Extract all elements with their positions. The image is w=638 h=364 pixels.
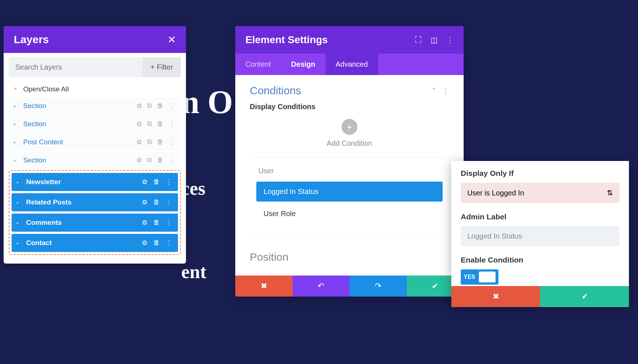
duplicate-icon[interactable]: ⧉: [147, 102, 152, 110]
more-icon[interactable]: ⋮: [166, 178, 172, 186]
duplicate-icon[interactable]: ⧉: [147, 120, 152, 128]
layer-label: Section: [23, 156, 136, 164]
layer-item-section[interactable]: Section ⚙⧉🗑⋮: [9, 152, 181, 169]
condition-option-logged-in-status[interactable]: Logged In Status: [256, 182, 443, 202]
more-icon[interactable]: ⋮: [169, 102, 175, 110]
layers-title: Layers: [14, 33, 49, 46]
conditions-section-head: Conditions ˄ ⋮: [250, 84, 449, 97]
more-icon[interactable]: ⋮: [446, 36, 453, 44]
popover-cancel-button[interactable]: ✖: [451, 286, 540, 307]
position-heading[interactable]: Position: [250, 244, 449, 271]
trash-icon[interactable]: 🗑: [153, 219, 160, 227]
trash-icon[interactable]: 🗑: [157, 138, 163, 146]
settings-body: Conditions ˄ ⋮ Display Conditions + Add …: [235, 75, 464, 276]
condition-group-label: User: [256, 167, 443, 175]
more-icon[interactable]: ⋮: [166, 198, 172, 206]
chevron-up-icon[interactable]: ˄: [432, 87, 435, 95]
add-condition: + Add Condition: [250, 119, 449, 148]
select-value: User is Logged In: [467, 189, 607, 197]
more-icon[interactable]: ⋮: [166, 219, 172, 227]
tab-advanced[interactable]: Advanced: [326, 54, 378, 75]
columns-icon[interactable]: ◫: [431, 36, 438, 44]
layer-item-related-posts[interactable]: Related Posts ⚙🗑⋮: [12, 193, 178, 211]
gear-icon[interactable]: ⚙: [142, 178, 148, 186]
filter-button[interactable]: +Filter: [142, 57, 181, 77]
toggle-yes-label: YES: [464, 274, 475, 280]
close-icon[interactable]: ✕: [167, 34, 176, 46]
gear-icon[interactable]: ⚙: [136, 120, 142, 128]
layer-item-post-content[interactable]: Post Content ⚙⧉🗑⋮: [9, 134, 181, 150]
more-icon[interactable]: ⋮: [169, 138, 175, 146]
settings-tabs: Content Design Advanced: [235, 54, 464, 75]
element-settings-panel: Element Settings ⛶ ◫ ⋮ Content Design Ad…: [235, 26, 464, 297]
expand-icon[interactable]: ⛶: [415, 36, 422, 44]
trash-icon[interactable]: 🗑: [153, 178, 160, 186]
layer-item-contact[interactable]: Contact ⚙🗑⋮: [12, 234, 178, 252]
settings-actions: ✖ ↶ ↷ ✔: [235, 276, 464, 297]
trash-icon[interactable]: 🗑: [153, 239, 160, 247]
layer-item-comments[interactable]: Comments ⚙🗑⋮: [12, 214, 178, 232]
gear-icon[interactable]: ⚙: [142, 198, 148, 206]
layer-item-section[interactable]: Section ⚙ ⧉ 🗑 ⋮: [9, 98, 181, 114]
gear-icon[interactable]: ⚙: [142, 239, 148, 247]
condition-detail-popover: Display Only If User is Logged In ⇅ Admi…: [451, 161, 629, 307]
plus-icon: +: [150, 63, 155, 71]
conditions-heading: Conditions: [250, 84, 432, 97]
toggle-knob: [479, 272, 496, 282]
display-only-if-select[interactable]: User is Logged In ⇅: [461, 183, 620, 203]
display-conditions-label: Display Conditions: [250, 103, 449, 111]
popover-actions: ✖ ✔: [451, 286, 629, 307]
popover-confirm-button[interactable]: ✔: [540, 286, 629, 307]
cancel-button[interactable]: ✖: [235, 276, 293, 297]
gear-icon[interactable]: ⚙: [136, 138, 142, 146]
layer-item-newsletter[interactable]: Newsletter ⚙🗑⋮: [12, 173, 178, 191]
layer-list: Section ⚙ ⧉ 🗑 ⋮ Section ⚙⧉🗑⋮ Post Conten…: [4, 98, 186, 264]
duplicate-icon[interactable]: ⧉: [147, 138, 152, 146]
admin-label-input[interactable]: Logged In Status: [461, 226, 620, 246]
layer-label: Comments: [26, 219, 142, 227]
add-condition-button[interactable]: +: [341, 119, 357, 135]
selected-group: Newsletter ⚙🗑⋮ Related Posts ⚙🗑⋮ Comment…: [9, 170, 181, 255]
condition-options-box: User Logged In Status User Role: [250, 157, 449, 236]
duplicate-icon[interactable]: ⧉: [147, 156, 152, 164]
layer-label: Post Content: [23, 138, 136, 146]
search-row: +Filter: [4, 53, 186, 77]
condition-option-user-role[interactable]: User Role: [256, 204, 443, 224]
open-close-all[interactable]: Open/Close All: [4, 77, 186, 98]
layer-label: Contact: [26, 239, 142, 247]
search-input[interactable]: [9, 57, 142, 77]
enable-condition-label: Enable Condition: [461, 256, 620, 264]
layer-label: Section: [23, 120, 136, 128]
trash-icon[interactable]: 🗑: [157, 102, 163, 110]
settings-header: Element Settings ⛶ ◫ ⋮: [235, 26, 464, 54]
trash-icon[interactable]: 🗑: [153, 198, 160, 206]
trash-icon[interactable]: 🗑: [157, 156, 163, 164]
more-icon[interactable]: ⋮: [169, 120, 175, 128]
more-icon[interactable]: ⋮: [442, 86, 449, 95]
enable-condition-toggle[interactable]: YES: [461, 269, 498, 285]
undo-button[interactable]: ↶: [293, 276, 350, 297]
settings-title: Element Settings: [245, 34, 415, 46]
layers-header: Layers ✕: [4, 26, 186, 53]
select-arrows-icon: ⇅: [607, 189, 613, 197]
gear-icon[interactable]: ⚙: [136, 156, 142, 164]
trash-icon[interactable]: 🗑: [157, 120, 163, 128]
layer-label: Section: [23, 102, 136, 110]
tab-design[interactable]: Design: [281, 54, 326, 75]
redo-button[interactable]: ↷: [349, 276, 407, 297]
add-condition-label: Add Condition: [250, 139, 449, 148]
layer-label: Related Posts: [26, 198, 142, 206]
admin-label-label: Admin Label: [461, 212, 620, 221]
layers-panel: Layers ✕ +Filter Open/Close All Section …: [4, 26, 186, 264]
gear-icon[interactable]: ⚙: [136, 102, 142, 110]
more-icon[interactable]: ⋮: [169, 156, 175, 164]
background-text-3: ent: [181, 261, 206, 282]
layer-item-section[interactable]: Section ⚙⧉🗑⋮: [9, 116, 181, 132]
gear-icon[interactable]: ⚙: [142, 219, 148, 227]
more-icon[interactable]: ⋮: [166, 239, 172, 247]
tab-content[interactable]: Content: [235, 54, 281, 75]
layer-label: Newsletter: [26, 178, 142, 186]
display-only-if-label: Display Only If: [461, 169, 620, 178]
